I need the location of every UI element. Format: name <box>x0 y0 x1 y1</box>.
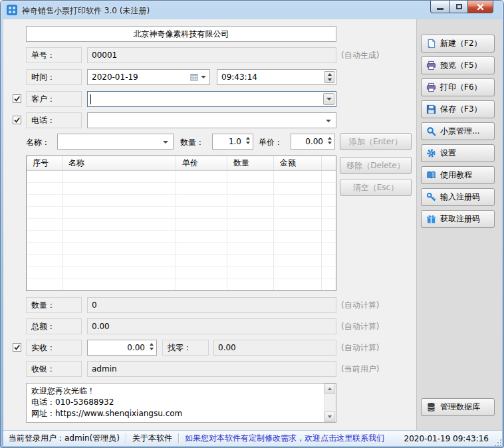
column-divider <box>176 171 176 290</box>
item-qty-label: 数量： <box>180 137 204 148</box>
status-contact-link[interactable]: 如果您对本软件有定制修改需求，欢迎点击这里联系我们 <box>185 433 384 444</box>
text-caret <box>90 94 91 104</box>
status-divider <box>178 433 179 443</box>
phone-label: 电话： <box>26 112 82 128</box>
note-line: 欢迎您再次光临！ <box>31 386 182 397</box>
get-license-button[interactable]: 获取注册码 <box>421 210 495 228</box>
note-line: 网址：https://www.shenqixiangsu.com <box>31 408 182 419</box>
time-spinner[interactable]: 09:43:14 <box>217 69 336 85</box>
status-bar: 当前登录用户：admin(管理员) 关于本软件 如果您对本软件有定制修改需求，欢… <box>3 430 502 446</box>
print-button[interactable]: 打印（F6） <box>421 78 495 96</box>
print-preview-icon <box>426 60 436 70</box>
calendar-icon <box>190 73 198 81</box>
total-qty-label: 数量： <box>26 297 82 313</box>
close-button[interactable] <box>468 1 493 13</box>
paid-spin-buttons[interactable] <box>150 343 154 350</box>
save-icon <box>426 104 436 114</box>
customer-dropdown-button[interactable] <box>323 93 334 105</box>
minimize-button[interactable] <box>430 1 450 13</box>
col-qty[interactable]: 数量 <box>227 156 274 170</box>
date-dropdown-icon[interactable] <box>201 76 206 78</box>
database-icon <box>426 402 436 412</box>
column-divider <box>273 171 274 290</box>
order-no-value: 00001 <box>87 47 336 63</box>
col-name[interactable]: 名称 <box>63 156 176 170</box>
col-unit-price[interactable]: 单价 <box>176 156 227 170</box>
customer-combo[interactable] <box>87 91 336 107</box>
enter-license-button[interactable]: 输入注册码 <box>421 188 495 206</box>
item-price-spinner[interactable]: 0.00 <box>291 134 335 150</box>
tutorial-button[interactable]: 使用教程 <box>421 166 495 184</box>
date-picker[interactable]: 2020-01-19 <box>87 69 210 85</box>
item-name-label: 名称： <box>26 137 50 148</box>
check-icon <box>13 95 21 102</box>
paid-spinner[interactable]: 0.00 <box>87 340 157 356</box>
new-document-icon <box>426 39 436 49</box>
paid-value: 0.00 <box>127 343 145 352</box>
change-value: 0.00 <box>213 340 336 356</box>
minimize-icon <box>437 8 443 10</box>
key-icon <box>426 192 436 202</box>
order-no-hint: (自动生成) <box>341 50 379 60</box>
col-filler <box>322 156 336 170</box>
paid-checkbox[interactable] <box>13 343 21 352</box>
items-table[interactable]: 序号 名称 单价 数量 金额 <box>26 156 336 291</box>
add-item-button[interactable]: 添加（Enter） <box>340 133 412 150</box>
total-amount-label: 总额： <box>26 318 82 334</box>
save-button[interactable]: 保存（F3） <box>421 100 495 118</box>
total-amount-hint: (自动计算) <box>341 321 379 332</box>
chevron-down-icon[interactable] <box>163 141 168 144</box>
phone-combo[interactable] <box>87 112 336 128</box>
search-icon <box>426 126 436 136</box>
clear-items-button[interactable]: 清空（Esc） <box>340 179 412 196</box>
col-index[interactable]: 序号 <box>27 156 63 170</box>
window-controls <box>430 1 493 13</box>
receipt-footer-textarea[interactable]: 欢迎您再次光临！ 电话：010-53688932 网址：https://www.… <box>26 383 336 423</box>
item-price-value: 0.00 <box>305 137 323 146</box>
resize-grip[interactable] <box>494 439 501 446</box>
maximize-button[interactable] <box>450 1 468 13</box>
settings-button[interactable]: 设置 <box>421 144 495 162</box>
window-title: 神奇销售小票打印软件 3.0 (未注册) <box>22 5 150 17</box>
manage-database-button[interactable]: 管理数据库 <box>421 398 495 416</box>
item-qty-spinner[interactable]: 1.0 <box>212 134 253 150</box>
time-spin-buttons[interactable] <box>324 71 334 83</box>
time-value: 09:43:14 <box>221 72 257 82</box>
new-receipt-button[interactable]: 新建（F2） <box>421 35 495 53</box>
item-qty-value: 1.0 <box>229 137 241 146</box>
paid-hint: (自动计算) <box>341 342 379 353</box>
customer-checkbox[interactable] <box>13 94 21 103</box>
status-divider <box>126 433 126 443</box>
chevron-down-icon <box>326 98 332 100</box>
maximize-icon <box>456 4 462 9</box>
remove-item-button[interactable]: 移除（Delete） <box>340 157 412 174</box>
scroll-down-button[interactable] <box>324 411 335 422</box>
status-current-user: 当前登录用户：admin(管理员) <box>9 433 120 444</box>
table-body[interactable] <box>27 171 336 290</box>
app-icon <box>7 5 17 15</box>
note-line: 电话：010-53688932 <box>31 397 182 408</box>
app-window: 神奇销售小票打印软件 3.0 (未注册) 北京神奇像素科技有限公司 单号： 00… <box>0 0 504 448</box>
date-value: 2020-01-19 <box>92 72 138 82</box>
cashier-value: admin <box>87 361 336 377</box>
status-about-link[interactable]: 关于本软件 <box>132 433 172 444</box>
company-name-input[interactable]: 北京神奇像素科技有限公司 <box>26 26 336 42</box>
check-icon <box>13 116 21 124</box>
col-amount[interactable]: 金额 <box>274 156 322 170</box>
qty-spin-buttons[interactable] <box>246 137 250 144</box>
item-name-combo[interactable] <box>57 134 174 150</box>
close-icon <box>477 3 484 11</box>
total-amount-value: 0.00 <box>87 318 336 334</box>
chevron-down-icon[interactable] <box>326 120 331 122</box>
scroll-up-button[interactable] <box>324 384 335 394</box>
column-divider <box>321 171 322 290</box>
time-label: 时间： <box>26 69 82 85</box>
table-header: 序号 名称 单价 数量 金额 <box>27 156 336 171</box>
scrollbar[interactable] <box>324 384 336 422</box>
total-qty-hint: (自动计算) <box>341 300 379 310</box>
customer-label: 客户： <box>26 91 82 107</box>
phone-checkbox[interactable] <box>13 116 21 124</box>
preview-button[interactable]: 预览（F5） <box>421 56 495 74</box>
receipt-manager-button[interactable]: 小票管理... <box>421 122 495 140</box>
price-spin-buttons[interactable] <box>328 137 332 144</box>
